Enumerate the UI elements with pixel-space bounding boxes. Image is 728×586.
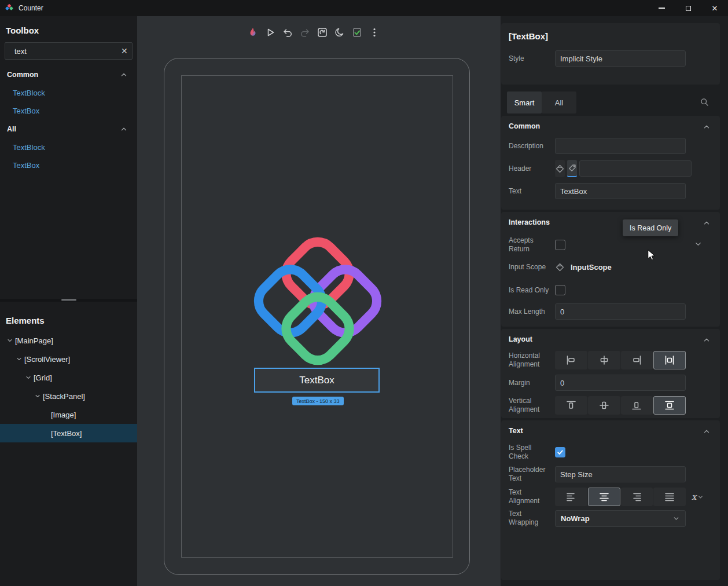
toolbox-item-textblock[interactable]: TextBlock [0, 84, 137, 102]
chevron-down-icon[interactable] [14, 356, 24, 362]
chevron-down-icon[interactable] [5, 337, 15, 344]
text-alignment-label: Text Alignment [509, 488, 555, 506]
tree-item-stackpanel[interactable]: [StackPanel] [0, 387, 137, 405]
is-read-only-checkbox[interactable] [555, 285, 565, 295]
tree-item-scrollviewer[interactable]: [ScrollViewer] [0, 350, 137, 368]
accepts-return-checkbox[interactable] [555, 240, 565, 250]
placeholder-text-input[interactable] [555, 466, 686, 482]
header-binding-button[interactable] [555, 160, 565, 177]
placeholder-text-label: Placeholder Text [509, 466, 555, 483]
valign-center-icon[interactable] [588, 396, 620, 415]
section-text-header[interactable]: Text [509, 425, 687, 437]
header-tag-button[interactable] [567, 160, 577, 177]
chevron-down-icon[interactable] [23, 374, 34, 381]
chevron-up-icon[interactable] [703, 427, 711, 438]
text-alignment-expression-dropdown[interactable]: x [692, 492, 704, 502]
undo-icon[interactable] [281, 25, 295, 39]
more-options-icon[interactable] [367, 25, 381, 39]
chevron-up-icon[interactable] [703, 123, 711, 133]
text-label: Text [509, 187, 555, 196]
tree-item-label: [TextBox] [51, 429, 82, 438]
header-input[interactable] [579, 160, 692, 177]
vertical-alignment-label: Vertical Alignment [509, 397, 555, 414]
margin-input[interactable] [555, 375, 686, 391]
tab-all[interactable]: All [542, 91, 576, 113]
app-logo-icon [5, 3, 14, 13]
section-common-header[interactable]: Common [509, 120, 687, 132]
toolbox-item-textbox-all[interactable]: TextBox [0, 156, 137, 174]
tree-item-label: [MainPage] [15, 336, 53, 345]
valign-stretch-icon[interactable] [653, 396, 686, 415]
elements-title: Elements [0, 306, 137, 331]
design-canvas: TextBox TextBox - 150 x 33 [137, 16, 501, 586]
toolbox-section-common[interactable]: Common [0, 65, 137, 84]
description-input[interactable] [555, 138, 686, 154]
halign-left-icon[interactable] [555, 351, 587, 369]
tree-item-label: [ScrollViewer] [24, 355, 70, 364]
style-label: Style [509, 54, 555, 63]
is-read-only-tooltip: Is Read Only [623, 219, 678, 236]
window-title: Counter [19, 4, 43, 12]
toolbox-item-textblock-all[interactable]: TextBlock [0, 138, 137, 156]
maximize-button[interactable] [675, 0, 701, 16]
chevron-down-icon[interactable] [694, 240, 703, 251]
section-layout-header[interactable]: Layout [509, 334, 687, 345]
properties-tabs: Smart All [507, 91, 720, 113]
valign-top-icon[interactable] [555, 396, 587, 415]
toolbox-section-all-label: All [7, 125, 16, 133]
hot-reload-flame-icon[interactable] [246, 25, 260, 39]
description-label: Description [509, 142, 555, 151]
text-align-center-icon[interactable] [588, 488, 620, 506]
app-image[interactable] [252, 235, 384, 369]
clear-search-icon[interactable]: ✕ [121, 46, 128, 56]
text-wrapping-dropdown[interactable]: NoWrap [555, 510, 686, 527]
tab-smart[interactable]: Smart [507, 91, 542, 113]
input-scope-value: InputScope [571, 263, 612, 272]
play-icon[interactable] [263, 25, 277, 39]
tree-item-image[interactable]: [Image] [0, 405, 137, 424]
chevron-up-icon[interactable] [703, 336, 711, 346]
style-input[interactable] [555, 50, 686, 67]
toolbox-search-input[interactable] [14, 47, 116, 56]
text-align-justify-icon[interactable] [653, 488, 686, 506]
accept-changes-icon[interactable] [350, 25, 364, 39]
tree-item-grid[interactable]: [Grid] [0, 368, 137, 387]
text-align-right-icon[interactable] [621, 488, 653, 506]
theme-toggle-icon[interactable] [333, 25, 347, 39]
is-spell-check-checkbox[interactable] [555, 447, 565, 457]
toolbox-section-all[interactable]: All [0, 120, 137, 138]
toolbox-search[interactable]: ✕ [5, 42, 133, 60]
is-spell-check-label: Is Spell Check [509, 444, 555, 461]
selection-size-badge: TextBox - 150 x 33 [292, 397, 344, 405]
halign-stretch-icon[interactable] [653, 351, 686, 369]
minimize-button[interactable] [648, 0, 675, 16]
input-scope-control[interactable]: InputScope [555, 262, 612, 272]
section-layout: Layout Horizontal Alignment [501, 329, 720, 418]
toolbox-item-textbox[interactable]: TextBox [0, 102, 137, 120]
tree-item-mainpage[interactable]: [MainPage] [0, 331, 137, 350]
chevron-up-icon[interactable] [703, 219, 711, 229]
chevron-down-icon[interactable] [32, 393, 43, 400]
close-button[interactable]: ✕ [701, 0, 728, 16]
text-input[interactable] [555, 183, 686, 199]
accepts-return-label: Accepts Return [509, 236, 555, 254]
sidebar-splitter[interactable] [0, 299, 137, 302]
redo-icon[interactable] [298, 25, 312, 39]
properties-panel: [TextBox] Style Smart All Common Descrip… [501, 16, 728, 586]
halign-right-icon[interactable] [621, 351, 653, 369]
max-length-input[interactable] [555, 303, 686, 320]
properties-search-icon[interactable] [700, 97, 709, 109]
selected-element-title: [TextBox] [509, 31, 687, 41]
mouse-cursor [646, 250, 657, 263]
section-interactions: Interactions Accepts Return Input Scope … [501, 212, 720, 327]
app-window: Counter ✕ Toolbox ✕ Common TextBlock Tex… [0, 0, 728, 586]
text-align-left-icon[interactable] [555, 488, 587, 506]
valign-bottom-icon[interactable] [621, 396, 653, 415]
tree-item-label: [StackPanel] [43, 392, 85, 401]
halign-center-icon[interactable] [588, 351, 620, 369]
toolbox-section-common-label: Common [7, 71, 38, 79]
canvas-textbox-element[interactable]: TextBox [254, 368, 380, 393]
is-read-only-label: Is Read Only [509, 286, 555, 295]
element-picker-icon[interactable] [315, 25, 329, 39]
tree-item-textbox[interactable]: [TextBox] [0, 424, 137, 442]
